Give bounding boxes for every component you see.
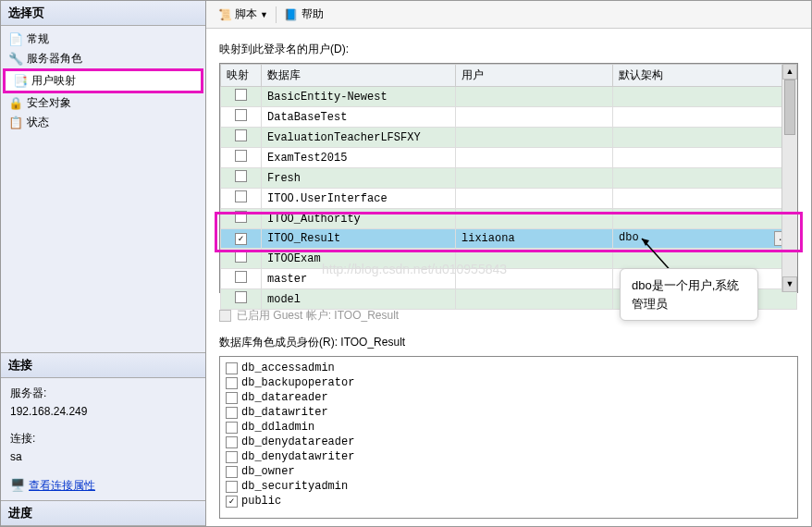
map-checkbox[interactable]	[235, 190, 247, 202]
toolbar: 📜 脚本 ▼ 📘 帮助	[206, 1, 811, 29]
nav-label: 服务器角色	[27, 51, 82, 67]
view-connection-props-link[interactable]: 查看连接属性	[29, 476, 95, 495]
map-checkbox[interactable]	[235, 89, 247, 101]
table-row[interactable]: BasicEntity-Newest	[221, 87, 797, 107]
table-row[interactable]: Fresh	[221, 168, 797, 189]
db-cell: Fresh	[262, 168, 456, 189]
schema-cell[interactable]	[613, 107, 797, 128]
role-item[interactable]: db_owner	[226, 464, 792, 479]
role-checkbox[interactable]	[226, 481, 238, 493]
role-name: db_denydatawriter	[241, 450, 354, 463]
highlight-box-row	[215, 212, 803, 252]
connection-label: 连接:	[10, 429, 196, 447]
role-checkbox[interactable]	[226, 377, 238, 389]
nav-server-roles[interactable]: 🔧服务器角色	[1, 49, 205, 68]
role-checkbox[interactable]	[226, 496, 238, 508]
col-schema[interactable]: 默认架构	[613, 65, 797, 87]
role-checkbox[interactable]	[226, 362, 238, 374]
user-cell[interactable]	[456, 128, 613, 148]
role-item[interactable]: db_denydatareader	[226, 435, 792, 449]
script-label: 脚本	[235, 6, 257, 22]
role-name: db_owner	[241, 465, 295, 478]
scroll-up-icon[interactable]: ▲	[782, 64, 797, 80]
role-checkbox[interactable]	[226, 436, 238, 448]
role-checkbox[interactable]	[226, 422, 238, 434]
help-icon: 📘	[284, 7, 299, 22]
nav-general[interactable]: 📄常规	[1, 30, 205, 49]
col-db[interactable]: 数据库	[262, 65, 456, 87]
schema-cell[interactable]	[613, 189, 797, 209]
col-map[interactable]: 映射	[221, 65, 262, 87]
map-checkbox[interactable]	[235, 291, 247, 303]
user-cell[interactable]	[456, 269, 613, 289]
help-button[interactable]: 📘 帮助	[280, 5, 327, 24]
nav-list: 📄常规 🔧服务器角色 📑用户映射 🔒安全对象 📋状态	[1, 26, 205, 136]
role-item[interactable]: db_ddladmin	[226, 420, 792, 435]
map-checkbox[interactable]	[235, 170, 247, 182]
scroll-thumb[interactable]	[784, 80, 795, 135]
role-name: db_datawriter	[241, 406, 328, 419]
role-checkbox[interactable]	[226, 451, 238, 463]
table-row[interactable]: EvaluationTeacherLFSFXY	[221, 128, 797, 148]
mapping-grid: 映射 数据库 用户 默认架构 BasicEntity-NewestDataBas…	[219, 63, 798, 293]
table-row[interactable]: ITOO.UserInterface	[221, 189, 797, 209]
role-name: db_denydatareader	[241, 435, 354, 448]
role-checkbox[interactable]	[226, 407, 238, 419]
nav-label: 常规	[27, 31, 49, 47]
connection-header: 连接	[1, 353, 205, 378]
scroll-down-icon[interactable]: ▼	[782, 276, 797, 292]
guest-label: 已启用 Guest 帐户: ITOO_Result	[237, 308, 399, 324]
script-icon: 📜	[217, 7, 232, 22]
role-checkbox[interactable]	[226, 466, 238, 478]
role-item[interactable]: public	[226, 494, 792, 509]
role-item[interactable]: db_securityadmin	[226, 479, 792, 494]
role-item[interactable]: db_denydatawriter	[226, 449, 792, 464]
script-button[interactable]: 📜 脚本 ▼	[214, 5, 272, 24]
role-item[interactable]: db_backupoperator	[226, 375, 792, 390]
user-cell[interactable]	[456, 87, 613, 107]
col-user[interactable]: 用户	[456, 65, 613, 87]
table-row[interactable]: DataBaseTest	[221, 107, 797, 128]
select-page-header: 选择页	[1, 1, 205, 26]
nav-label: 状态	[27, 115, 49, 130]
role-name: db_datareader	[241, 391, 328, 404]
map-checkbox[interactable]	[235, 150, 247, 162]
schema-cell[interactable]	[613, 128, 797, 148]
role-item[interactable]: db_accessadmin	[226, 361, 792, 375]
role-name: db_ddladmin	[241, 421, 314, 434]
map-checkbox[interactable]	[235, 129, 247, 141]
server-label: 服务器:	[10, 384, 196, 402]
right-panel: 📜 脚本 ▼ 📘 帮助 映射到此登录名的用户(D): 映射 数据库	[206, 1, 811, 526]
nav-status[interactable]: 📋状态	[1, 113, 205, 132]
role-name: db_securityadmin	[241, 480, 348, 493]
grid-scrollbar[interactable]: ▲ ▼	[781, 64, 797, 292]
role-item[interactable]: db_datareader	[226, 390, 792, 405]
map-checkbox[interactable]	[235, 109, 247, 121]
db-cell: ExamTest2015	[262, 148, 456, 168]
role-item[interactable]: db_datawriter	[226, 405, 792, 420]
user-cell[interactable]	[456, 107, 613, 128]
mapping-label: 映射到此登录名的用户(D):	[219, 42, 798, 57]
roles-label: 数据库角色成员身份(R): ITOO_Result	[219, 335, 798, 350]
nav-securables[interactable]: 🔒安全对象	[1, 93, 205, 113]
roles-list: db_accessadmindb_backupoperatordb_datare…	[219, 356, 798, 519]
role-name: public	[241, 495, 281, 508]
lock-icon: 🔒	[8, 96, 23, 111]
nav-label: 安全对象	[27, 95, 71, 111]
user-cell[interactable]	[456, 189, 613, 209]
nav-user-mapping[interactable]: 📑用户映射	[3, 68, 203, 93]
db-cell: model	[262, 289, 456, 310]
properties-icon: 🖥️	[10, 478, 25, 493]
role-name: db_accessadmin	[241, 362, 335, 374]
schema-cell[interactable]	[613, 168, 797, 189]
progress-header: 进度	[1, 501, 205, 526]
user-cell[interactable]	[456, 148, 613, 168]
table-row[interactable]: ExamTest2015	[221, 148, 797, 168]
user-cell[interactable]	[456, 289, 613, 310]
schema-cell[interactable]	[613, 87, 797, 107]
status-icon: 📋	[8, 116, 23, 130]
map-checkbox[interactable]	[235, 271, 247, 283]
schema-cell[interactable]	[613, 148, 797, 168]
role-checkbox[interactable]	[226, 392, 238, 404]
user-cell[interactable]	[456, 168, 613, 189]
